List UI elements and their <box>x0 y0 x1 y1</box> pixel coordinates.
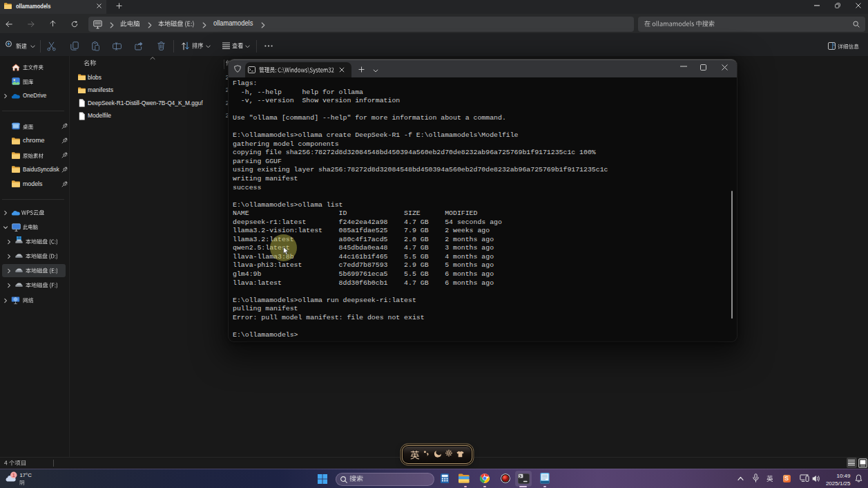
svg-text:1: 1 <box>12 473 15 478</box>
